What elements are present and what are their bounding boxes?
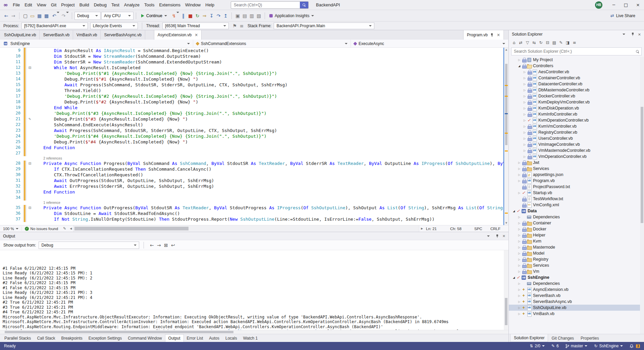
breakpoint-margin[interactable] [0, 161, 7, 166]
stack-frame-dropdown[interactable]: BackendAPI.Program.Main [274, 23, 374, 29]
tree-item-dockercontroller-vb[interactable]: ▷DockerController.vb [509, 93, 644, 99]
scroll-up-icon[interactable]: ▲ [504, 48, 508, 51]
panel-tab-watch-1[interactable]: Watch 1 [240, 334, 261, 342]
win2-icon[interactable]: ▤ [241, 12, 248, 20]
solution-explorer-search[interactable]: Search Solution Explorer (Ctrl+;) [511, 47, 642, 55]
preview-icon[interactable]: ◨ [565, 39, 571, 46]
menu-window[interactable]: Window [183, 0, 203, 10]
breakpoint-margin[interactable] [0, 122, 7, 128]
tree-item-kvmdeployvmcontroller-vb[interactable]: ▷KvmDeployVmController.vb [509, 99, 644, 105]
close-button[interactable]: × [632, 0, 644, 10]
process-dropdown[interactable]: [5792] BackendAPI.exe [21, 23, 88, 29]
step-out-icon[interactable]: ↥ [222, 12, 229, 20]
expand-icon[interactable]: ▷ [517, 306, 522, 309]
close-panel-icon[interactable]: × [502, 234, 505, 238]
output-source-dropdown[interactable]: Debug [39, 242, 139, 249]
breakpoint-margin[interactable] [0, 128, 7, 133]
output-horizontal-scrollbar[interactable] [0, 330, 508, 334]
tree-item-vmimagecontroller-vb[interactable]: ▷VmImageController.vb [509, 141, 644, 147]
menu-build[interactable]: Build [77, 0, 92, 10]
git-sync-status[interactable]: ⇅ 2/0 [530, 344, 545, 348]
breakpoint-margin[interactable] [0, 65, 7, 71]
tree-item-masternode[interactable]: ▷Masternode [509, 244, 644, 250]
collapse-icon[interactable]: ◢ [512, 276, 516, 279]
breakpoint-margin[interactable] [0, 189, 7, 195]
breakpoint-margin[interactable] [0, 150, 7, 156]
tree-item-kvmvmcontroller-vb[interactable]: ▷KvmVmController.vb [509, 123, 644, 129]
issues-indicator[interactable]: ✓No issues found [21, 227, 61, 231]
expand-icon[interactable]: ▷ [522, 143, 527, 146]
column-indicator[interactable]: Ch: 58 [449, 227, 473, 231]
tree-item-services[interactable]: ▷Services [509, 262, 644, 268]
clear-all-icon[interactable]: ⊠ [162, 241, 169, 249]
breakpoint-margin[interactable] [0, 111, 7, 116]
expand-icon[interactable]: ▷ [522, 149, 527, 152]
tree-item-docker[interactable]: ▷Docker [509, 226, 644, 232]
zoom-control[interactable]: 100 % [0, 227, 21, 231]
tree-item-dbmasternodecontroller-vb[interactable]: ▷DbMasternodeController.vb [509, 87, 644, 93]
breakpoint-margin[interactable] [0, 133, 7, 139]
tree-item-serverbash-vb[interactable]: ▷ServerBash.vb [509, 293, 644, 299]
tree-item-startup-vb[interactable]: ▷Startup.vb [509, 190, 644, 196]
eol-indicator[interactable]: CRLF [489, 227, 508, 231]
tree-item-dependencies[interactable]: ▷Dependencies [509, 280, 644, 287]
panel-tab-error-list[interactable]: Error List [184, 334, 206, 342]
panel-tab-output[interactable]: Output [165, 334, 184, 342]
pin-icon[interactable] [496, 234, 499, 238]
goto-next-icon[interactable]: → [155, 241, 162, 249]
tree-item-asyncextension-vb[interactable]: ▷AsyncExtension.vb [509, 287, 644, 293]
editor-horizontal-scrollbar[interactable] [73, 225, 419, 232]
tree-item-model[interactable]: ▷Model [509, 250, 644, 256]
tree-item-kvmdiskoperation-vb[interactable]: ▷KvmDiskOperation.vb [509, 105, 644, 111]
tree-item-appsettings-json[interactable]: ▷appsettings.json [509, 172, 644, 178]
panel-tab-parallel-stacks[interactable]: Parallel Stacks [1, 334, 34, 342]
menu-help[interactable]: Help [203, 0, 217, 10]
sync-active-icon[interactable]: ⇆ [531, 39, 537, 46]
tree-item-controllers[interactable]: ◢Controllers [509, 63, 644, 69]
win3-icon[interactable]: ▥ [248, 12, 255, 20]
fold-collapse-icon[interactable]: ⊟ [27, 205, 33, 211]
thread-dropdown[interactable]: [6536] Main Thread [162, 23, 229, 29]
document-tab-serverbashasync-vb[interactable]: ServerBashAsync.vb [101, 30, 145, 40]
menu-analyze[interactable]: Analyze [122, 0, 142, 10]
breakpoint-margin[interactable] [0, 82, 7, 88]
scrollbar-thumb[interactable] [641, 107, 643, 223]
menu-project[interactable]: Project [59, 0, 77, 10]
forward-icon[interactable]: → [10, 12, 17, 20]
document-tab-program-vb[interactable]: Program.vb× [463, 30, 504, 40]
menu-view[interactable]: View [35, 0, 49, 10]
save-all-icon[interactable]: ▩ [43, 12, 50, 20]
expand-icon[interactable]: ▷ [517, 173, 522, 176]
expand-icon[interactable]: ▷ [522, 113, 527, 116]
maximize-button[interactable]: □ [620, 0, 632, 10]
menu-file[interactable]: File [10, 0, 22, 10]
tree-item-datacentercontroller-vb[interactable]: ▷DatacenterController.vb [509, 81, 644, 87]
win4-icon[interactable]: ▧ [255, 12, 262, 20]
panel-tab-call-stack[interactable]: Call Stack [34, 334, 58, 342]
expand-icon[interactable]: ▷ [517, 228, 522, 231]
expand-icon[interactable]: ▷ [517, 191, 522, 194]
expand-icon[interactable]: ▷ [517, 222, 522, 225]
expand-icon[interactable]: ▷ [522, 89, 527, 92]
expand-icon[interactable]: ▷ [517, 240, 522, 243]
expand-icon[interactable]: ▷ [522, 131, 527, 134]
pin-icon[interactable] [631, 32, 635, 36]
menu-edit[interactable]: Edit [22, 0, 34, 10]
tree-item-kvmoperationcontroller-vb[interactable]: ▷KvmOperationController.vb [509, 117, 644, 123]
menu-extensions[interactable]: Extensions [157, 0, 183, 10]
codelens-references[interactable]: 1 reference [0, 201, 503, 205]
tree-item-sshengine[interactable]: ◢SshEngine [509, 274, 644, 280]
restart-icon[interactable]: ↻ [194, 12, 201, 20]
line-indicator[interactable]: Ln: 21 [425, 227, 449, 231]
panel-tab-breakpoints[interactable]: Breakpoints [58, 334, 85, 342]
breakpoint-margin[interactable] [0, 59, 7, 65]
stop-icon[interactable]: ■ [187, 12, 194, 20]
lifecycle-events-dropdown[interactable]: Lifecycle Events [90, 23, 138, 29]
tree-item-serverbashasync-vb[interactable]: ▷ServerBashAsync.vb [509, 299, 644, 305]
expand-icon[interactable]: ▷ [522, 101, 527, 104]
step-over-icon[interactable]: ↷ [215, 12, 222, 20]
expand-icon[interactable]: ▷ [522, 83, 527, 86]
expand-icon[interactable]: ▷ [517, 234, 522, 237]
tree-item-data[interactable]: ◢Data [509, 208, 644, 214]
more-icon[interactable]: ≡ [571, 39, 578, 46]
